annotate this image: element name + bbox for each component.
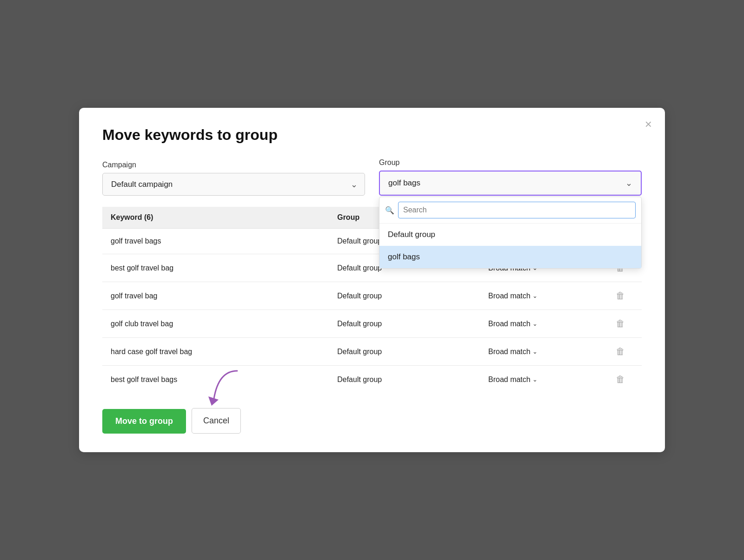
- match-type-label[interactable]: Broad match ⌄: [488, 376, 590, 384]
- delete-icon[interactable]: 🗑: [616, 374, 625, 384]
- cell-delete[interactable]: 🗑: [598, 282, 642, 310]
- match-type-label[interactable]: Broad match ⌄: [488, 292, 590, 300]
- modal-overlay: × Move keywords to group Campaign Defaul…: [0, 0, 744, 560]
- delete-icon[interactable]: 🗑: [616, 290, 625, 301]
- cell-delete[interactable]: 🗑: [598, 366, 642, 394]
- cell-group: Default group: [329, 366, 480, 394]
- campaign-group: Campaign Default campaign ⌄: [102, 161, 365, 196]
- form-row: Campaign Default campaign ⌄ Group golf b…: [102, 158, 642, 196]
- campaign-select[interactable]: Default campaign: [102, 173, 365, 196]
- modal-title: Move keywords to group: [102, 126, 642, 144]
- match-type-label[interactable]: Broad match ⌄: [488, 348, 590, 356]
- cell-match[interactable]: Broad match ⌄: [480, 282, 598, 310]
- cell-match[interactable]: Broad match ⌄: [480, 310, 598, 338]
- table-row: golf club travel bagDefault groupBroad m…: [102, 310, 642, 338]
- match-chevron-icon: ⌄: [532, 376, 538, 383]
- group-select-display[interactable]: golf bags ⌄: [379, 171, 642, 196]
- cell-group: Default group: [329, 310, 480, 338]
- dropdown-item-golf-bags[interactable]: golf bags: [379, 246, 641, 268]
- delete-icon[interactable]: 🗑: [616, 346, 625, 356]
- close-button[interactable]: ×: [645, 118, 652, 130]
- col-header-keyword: Keyword (6): [102, 207, 329, 229]
- table-row: hard case golf travel bagDefault groupBr…: [102, 338, 642, 366]
- cell-keyword: golf travel bags: [102, 229, 329, 254]
- cell-delete[interactable]: 🗑: [598, 338, 642, 366]
- move-to-group-button[interactable]: Move to group: [102, 409, 186, 434]
- dropdown-search-input[interactable]: [398, 202, 636, 218]
- cell-keyword: hard case golf travel bag: [102, 338, 329, 366]
- cell-match[interactable]: Broad match ⌄: [480, 338, 598, 366]
- search-icon: 🔍: [385, 206, 394, 215]
- cancel-button[interactable]: Cancel: [192, 408, 241, 434]
- cell-group: Default group: [329, 282, 480, 310]
- group-select-value: golf bags: [388, 178, 420, 188]
- cell-keyword: golf travel bag: [102, 282, 329, 310]
- dropdown-item-default-group[interactable]: Default group: [379, 224, 641, 246]
- cell-match[interactable]: Broad match ⌄: [480, 366, 598, 394]
- dropdown-search-wrapper: 🔍: [379, 197, 641, 224]
- delete-icon[interactable]: 🗑: [616, 318, 625, 329]
- campaign-select-wrapper: Default campaign ⌄: [102, 173, 365, 196]
- cell-delete[interactable]: 🗑: [598, 310, 642, 338]
- modal-dialog: × Move keywords to group Campaign Defaul…: [79, 108, 665, 452]
- group-select-wrapper: golf bags ⌄ 🔍 Default group golf bags: [379, 171, 642, 196]
- table-row: best golf travel bagsDefault groupBroad …: [102, 366, 642, 394]
- campaign-label: Campaign: [102, 161, 365, 169]
- match-chevron-icon: ⌄: [532, 292, 538, 299]
- match-type-label[interactable]: Broad match ⌄: [488, 320, 590, 328]
- svg-marker-0: [208, 396, 219, 406]
- group-dropdown-menu: 🔍 Default group golf bags: [379, 197, 642, 269]
- cell-keyword: golf club travel bag: [102, 310, 329, 338]
- group-label: Group: [379, 158, 642, 167]
- match-chevron-icon: ⌄: [532, 348, 538, 355]
- table-row: golf travel bagDefault groupBroad match …: [102, 282, 642, 310]
- group-chevron-icon: ⌄: [625, 178, 632, 188]
- match-chevron-icon: ⌄: [532, 320, 538, 327]
- footer-row: Move to group Cancel: [102, 408, 642, 434]
- cell-keyword: best golf travel bag: [102, 254, 329, 282]
- cell-keyword: best golf travel bags: [102, 366, 329, 394]
- cell-group: Default group: [329, 338, 480, 366]
- group-form-group: Group golf bags ⌄ 🔍 Default group golf b…: [379, 158, 642, 196]
